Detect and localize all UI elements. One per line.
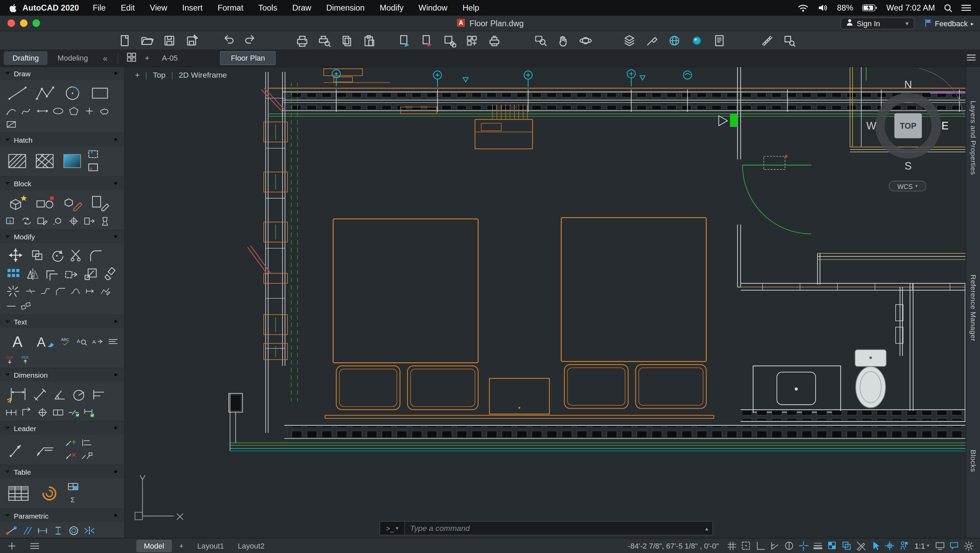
stretch-tool-icon[interactable] bbox=[63, 266, 80, 281]
section-header-dimension[interactable]: Dimension bbox=[0, 368, 124, 382]
revision-cloud-tool-icon[interactable] bbox=[99, 105, 111, 116]
xref-icon[interactable] bbox=[464, 33, 480, 48]
create-block-icon[interactable] bbox=[33, 193, 57, 214]
tool-sets-icon[interactable] bbox=[644, 33, 660, 48]
web-icon[interactable] bbox=[666, 33, 682, 48]
section-header-block[interactable]: Block bbox=[0, 177, 124, 190]
redo-icon[interactable] bbox=[243, 33, 259, 48]
grid-display-icon[interactable] bbox=[725, 539, 738, 552]
plot-preview-icon[interactable] bbox=[316, 33, 332, 48]
export-block-icon[interactable] bbox=[83, 215, 95, 226]
write-block-icon[interactable] bbox=[88, 193, 112, 214]
undo-icon[interactable] bbox=[220, 33, 237, 48]
edit-polyline-tool-icon[interactable] bbox=[99, 285, 111, 296]
edit-attribute-icon[interactable] bbox=[37, 215, 49, 226]
viewcube[interactable]: TOP N S W E bbox=[866, 75, 950, 175]
hatch-crosshatch-icon[interactable] bbox=[33, 151, 57, 172]
insert-block-icon[interactable] bbox=[5, 193, 30, 214]
new-drawing-icon[interactable] bbox=[116, 33, 133, 48]
control-center-icon[interactable] bbox=[961, 4, 971, 12]
collapse-palette-button[interactable]: « bbox=[98, 52, 113, 64]
line-tool-icon[interactable] bbox=[5, 83, 30, 103]
command-input[interactable] bbox=[405, 524, 701, 532]
scale-tool-icon[interactable] bbox=[82, 266, 99, 281]
divide-tool-icon[interactable] bbox=[5, 300, 17, 312]
annotation-visibility-icon[interactable] bbox=[854, 539, 868, 552]
formula-icon[interactable]: Σ bbox=[67, 494, 80, 505]
parallel-constraint-icon[interactable] bbox=[21, 525, 33, 536]
menu-modify[interactable]: Modify bbox=[372, 3, 411, 13]
tab-overview-icon[interactable] bbox=[127, 53, 137, 64]
paste-icon[interactable] bbox=[361, 33, 378, 48]
visual-style-button[interactable]: 2D Wireframe bbox=[179, 71, 227, 80]
fillet-tool-icon[interactable] bbox=[88, 247, 104, 263]
render-icon[interactable] bbox=[689, 33, 705, 48]
leader-tool-icon[interactable] bbox=[5, 439, 30, 460]
section-header-text[interactable]: Text bbox=[0, 315, 124, 328]
panel-tab-blocks[interactable]: Blocks bbox=[966, 442, 980, 480]
panel-gear-icon[interactable] bbox=[112, 467, 119, 477]
panel-tab-reference-manager[interactable]: Reference Manager bbox=[966, 255, 980, 361]
rectangle-tool-icon[interactable] bbox=[88, 83, 112, 103]
menu-edit[interactable]: Edit bbox=[113, 3, 142, 13]
panel-gear-icon[interactable] bbox=[112, 317, 119, 326]
section-header-parametric[interactable]: Parametric bbox=[0, 509, 124, 522]
menu-format[interactable]: Format bbox=[210, 3, 251, 13]
panel-gear-icon[interactable] bbox=[112, 232, 119, 241]
array-tool-icon[interactable] bbox=[5, 266, 21, 281]
section-header-modify[interactable]: Modify bbox=[0, 230, 124, 244]
menu-view[interactable]: View bbox=[142, 3, 175, 13]
continue-dimension-icon[interactable] bbox=[5, 406, 18, 418]
mtext-tool-icon[interactable]: A bbox=[5, 331, 30, 352]
zoom-window-icon[interactable] bbox=[533, 33, 549, 48]
orbit-icon[interactable] bbox=[578, 33, 594, 48]
menu-dimension[interactable]: Dimension bbox=[319, 3, 372, 13]
chamfer-tool-icon[interactable] bbox=[54, 285, 66, 296]
settings-gear-icon[interactable] bbox=[962, 539, 975, 552]
region-tool-icon[interactable] bbox=[5, 118, 18, 129]
copy-icon[interactable] bbox=[339, 33, 355, 48]
table-tool-icon[interactable] bbox=[5, 483, 33, 504]
open-folder-icon[interactable] bbox=[139, 33, 155, 48]
new-drawing-tab-button[interactable]: + bbox=[140, 51, 154, 65]
mirror-tool-icon[interactable] bbox=[24, 266, 41, 281]
angular-dimension-icon[interactable] bbox=[52, 387, 68, 402]
save-as-icon[interactable] bbox=[184, 33, 200, 48]
table-cell-style-icon[interactable] bbox=[67, 481, 80, 492]
offset-tool-icon[interactable] bbox=[44, 266, 60, 281]
panel-gear-icon[interactable] bbox=[112, 512, 119, 520]
hardware-acceleration-icon[interactable] bbox=[933, 539, 946, 552]
apple-menu-icon[interactable] bbox=[9, 2, 18, 13]
add-layout-button[interactable]: + bbox=[173, 539, 190, 552]
arc-tool-icon[interactable] bbox=[5, 105, 18, 116]
layers-icon[interactable] bbox=[621, 33, 638, 48]
menu-insert[interactable]: Insert bbox=[175, 3, 210, 13]
command-line-bar[interactable]: >_ ▾ ▴ bbox=[379, 521, 713, 535]
add-leader-icon[interactable] bbox=[65, 437, 78, 448]
spotlight-icon[interactable] bbox=[943, 3, 953, 12]
menu-tools[interactable]: Tools bbox=[251, 3, 285, 13]
panel-gear-icon[interactable] bbox=[112, 179, 119, 188]
plot-icon[interactable] bbox=[294, 33, 310, 48]
layout1-tab[interactable]: Layout1 bbox=[191, 539, 230, 552]
explode-tool-icon[interactable] bbox=[5, 283, 21, 298]
active-app-name[interactable]: AutoCAD 2020 bbox=[22, 3, 79, 13]
sign-in-button[interactable]: Sign In ▾ bbox=[840, 18, 914, 29]
feedback-button[interactable]: Feedback ▸ bbox=[924, 18, 974, 28]
section-header-table[interactable]: Table bbox=[0, 465, 124, 479]
count-icon[interactable] bbox=[781, 33, 798, 48]
menu-help[interactable]: Help bbox=[455, 3, 487, 13]
remove-leader-icon[interactable] bbox=[65, 450, 78, 461]
export-pdf-icon[interactable]: PDF bbox=[5, 354, 18, 365]
panel-toggle-icon[interactable] bbox=[966, 53, 976, 63]
text-style-tool-icon[interactable]: A bbox=[33, 331, 57, 352]
data-link-icon[interactable] bbox=[36, 483, 60, 504]
edit-block-icon[interactable] bbox=[60, 193, 84, 214]
rotate-tool-icon[interactable] bbox=[49, 247, 65, 263]
set-base-point-icon[interactable] bbox=[67, 215, 80, 226]
align-leaders-icon[interactable] bbox=[81, 437, 93, 448]
horizontal-constraint-icon[interactable] bbox=[37, 525, 49, 536]
selection-arrow-icon[interactable] bbox=[869, 539, 882, 552]
measure-icon[interactable] bbox=[759, 33, 775, 48]
drawing-tab-floor-plan[interactable]: Floor Plan bbox=[220, 51, 275, 65]
